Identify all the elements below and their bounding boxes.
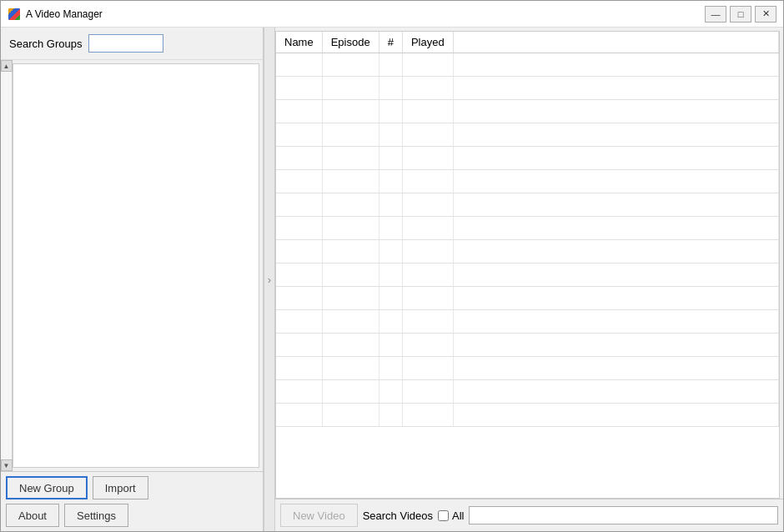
col-name: Name xyxy=(276,32,322,53)
table-row xyxy=(276,404,779,427)
table-row xyxy=(276,53,779,77)
groups-panel: ▲ ▼ xyxy=(1,60,263,471)
close-button[interactable]: ✕ xyxy=(755,6,776,23)
main-window: A Video Manager — □ ✕ Search Groups ▲ ▼ xyxy=(0,0,784,532)
left-panel: Search Groups ▲ ▼ New Group Impor xyxy=(1,28,264,531)
videos-table: Name Episode # Played xyxy=(276,32,779,427)
col-episode: Episode xyxy=(322,32,379,53)
table-row xyxy=(276,123,779,147)
table-row xyxy=(276,287,779,310)
maximize-button[interactable]: □ xyxy=(730,6,751,23)
right-arrow-icon: › xyxy=(268,274,271,286)
table-row xyxy=(276,310,779,334)
left-scrollbar: ▲ ▼ xyxy=(1,60,13,471)
all-checkbox-wrapper: All xyxy=(438,509,464,522)
search-groups-input[interactable] xyxy=(88,34,163,53)
about-button[interactable]: About xyxy=(6,504,59,527)
app-icon xyxy=(8,8,21,21)
window-controls: — □ ✕ xyxy=(705,6,776,23)
table-row xyxy=(276,193,779,217)
minimize-button[interactable]: — xyxy=(705,6,726,23)
search-groups-label: Search Groups xyxy=(9,38,82,50)
col-number: # xyxy=(379,32,402,53)
title-bar: A Video Manager — □ ✕ xyxy=(1,1,783,28)
scroll-up-arrow[interactable]: ▲ xyxy=(1,60,13,72)
search-video-input[interactable] xyxy=(469,506,778,524)
import-button[interactable]: Import xyxy=(93,476,148,499)
table-header-row: Name Episode # Played xyxy=(276,32,779,53)
table-row xyxy=(276,217,779,240)
panel-divider[interactable]: › xyxy=(264,28,275,531)
table-row xyxy=(276,100,779,123)
table-row xyxy=(276,334,779,357)
all-label: All xyxy=(452,509,464,522)
table-container: Name Episode # Played xyxy=(275,28,783,499)
col-extra xyxy=(453,32,778,53)
table-row xyxy=(276,77,779,100)
table-row xyxy=(276,380,779,404)
scroll-down-arrow[interactable]: ▼ xyxy=(1,459,13,471)
groups-list[interactable] xyxy=(13,63,259,468)
new-video-button[interactable]: New Video xyxy=(280,504,358,527)
col-played: Played xyxy=(402,32,453,53)
all-checkbox[interactable] xyxy=(438,510,449,521)
table-wrapper: Name Episode # Played xyxy=(275,31,780,499)
new-group-button[interactable]: New Group xyxy=(6,476,88,499)
search-groups-bar: Search Groups xyxy=(1,28,263,60)
main-content: Search Groups ▲ ▼ New Group Impor xyxy=(1,28,783,531)
scroll-track xyxy=(1,72,12,459)
table-row xyxy=(276,263,779,287)
search-videos-label: Search Videos xyxy=(363,509,433,522)
settings-button[interactable]: Settings xyxy=(64,504,128,527)
table-row xyxy=(276,170,779,193)
right-panel: Name Episode # Played xyxy=(275,28,783,531)
table-row xyxy=(276,357,779,380)
table-row xyxy=(276,240,779,263)
window-title: A Video Manager xyxy=(26,8,705,20)
table-row xyxy=(276,147,779,170)
